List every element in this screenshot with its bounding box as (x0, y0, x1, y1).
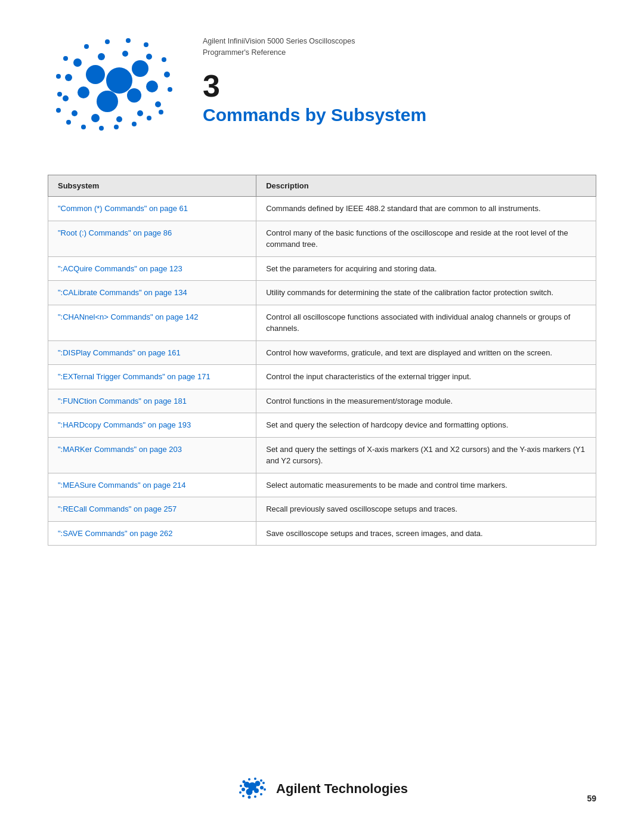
subsystem-link[interactable]: ":CALibrate Commands" on page 134 (58, 288, 187, 297)
subsystem-cell: "Root (:) Commands" on page 86 (48, 221, 256, 256)
svg-point-46 (260, 779, 262, 782)
description-cell: Control many of the basic functions of t… (256, 221, 596, 256)
subsystem-link[interactable]: "Root (:) Commands" on page 86 (58, 228, 172, 237)
chapter-number: 3 (203, 70, 426, 101)
description-cell: Control all oscilloscope functions assoc… (256, 305, 596, 340)
page-number: 59 (587, 794, 596, 803)
svg-point-54 (262, 782, 265, 784)
svg-point-13 (72, 110, 78, 116)
page-container: Agilent InfiniiVision 5000 Series Oscill… (0, 0, 644, 833)
svg-point-34 (159, 110, 163, 114)
svg-point-35 (168, 87, 172, 92)
svg-point-3 (97, 91, 118, 112)
svg-point-21 (126, 38, 131, 43)
svg-point-48 (239, 791, 242, 794)
table-row: ":RECall Commands" on page 257Recall pre… (48, 497, 596, 522)
svg-point-26 (57, 92, 62, 97)
svg-point-52 (260, 793, 262, 795)
commands-table: Subsystem Description "Common (*) Comman… (48, 175, 596, 546)
table-section: Subsystem Description "Common (*) Comman… (0, 139, 644, 546)
header-text: Agilent InfiniiVision 5000 Series Oscill… (185, 30, 426, 125)
description-cell: Save oscilloscope setups and traces, scr… (256, 521, 596, 546)
col-header-description: Description (256, 175, 596, 197)
subsystem-link[interactable]: ":ACQuire Commands" on page 123 (58, 264, 182, 273)
description-cell: Control the input characteristics of the… (256, 365, 596, 389)
header-section: Agilent InfiniiVision 5000 Series Oscill… (0, 0, 644, 139)
svg-point-17 (155, 101, 161, 107)
svg-point-19 (162, 57, 166, 62)
subsystem-link[interactable]: ":MARKer Commands" on page 203 (58, 445, 182, 454)
table-row: ":CHANnel<n> Commands" on page 142Contro… (48, 305, 596, 340)
svg-point-22 (105, 39, 110, 44)
subsystem-cell: ":MARKer Commands" on page 203 (48, 437, 256, 473)
description-cell: Set the parameters for acquiring and sto… (256, 256, 596, 281)
subsystem-link[interactable]: "Common (*) Commands" on page 61 (58, 204, 188, 213)
svg-point-30 (99, 126, 104, 131)
footer-section: Agilent Technologies (0, 775, 644, 803)
svg-point-42 (260, 786, 264, 789)
description-cell: Utility commands for determining the sta… (256, 281, 596, 305)
table-row: ":MEASure Commands" on page 214Select au… (48, 473, 596, 497)
subsystem-cell: ":DISPlay Commands" on page 161 (48, 340, 256, 365)
subsystem-link[interactable]: ":FUNCtion Commands" on page 181 (58, 397, 187, 405)
svg-point-28 (66, 120, 71, 125)
svg-point-33 (147, 116, 151, 120)
subsystem-cell: ":SAVE Commands" on page 262 (48, 521, 256, 546)
svg-point-6 (146, 80, 158, 92)
svg-point-49 (242, 795, 244, 797)
description-cell: Control how waveforms, graticule, and te… (256, 340, 596, 365)
description-cell: Control functions in the measurement/sto… (256, 389, 596, 413)
svg-point-41 (242, 788, 245, 791)
subsystem-cell: ":CALibrate Commands" on page 134 (48, 281, 256, 305)
subsystem-link[interactable]: ":EXTernal Trigger Commands" on page 171 (58, 372, 210, 381)
footer-logo: Agilent Technologies (236, 775, 408, 803)
table-row: ":EXTernal Trigger Commands" on page 171… (48, 365, 596, 389)
svg-point-16 (137, 110, 143, 116)
svg-point-39 (246, 789, 253, 795)
table-row: ":ACQuire Commands" on page 123Set the p… (48, 256, 596, 281)
svg-point-2 (132, 60, 148, 77)
subsystem-cell: ":RECall Commands" on page 257 (48, 497, 256, 522)
subsystem-link[interactable]: ":MEASure Commands" on page 214 (58, 481, 185, 490)
svg-point-15 (116, 116, 122, 122)
table-row: ":CALibrate Commands" on page 134Utility… (48, 281, 596, 305)
table-row: "Common (*) Commands" on page 61Commands… (48, 197, 596, 221)
svg-point-24 (63, 56, 68, 61)
svg-point-23 (84, 44, 89, 49)
svg-point-12 (63, 95, 69, 101)
subsystem-link[interactable]: ":RECall Commands" on page 257 (58, 504, 177, 513)
svg-point-0 (106, 67, 132, 94)
svg-point-51 (254, 795, 256, 798)
subsystem-cell: ":HARDcopy Commands" on page 193 (48, 413, 256, 438)
description-cell: Set and query the settings of X-axis mar… (256, 437, 596, 473)
product-title: Agilent InfiniiVision 5000 Series Oscill… (203, 36, 426, 58)
svg-point-44 (248, 778, 250, 781)
svg-point-14 (91, 114, 100, 122)
chapter-title: Commands by Subsystem (203, 105, 426, 125)
description-cell: Recall previously saved oscilloscope set… (256, 497, 596, 522)
svg-point-43 (243, 781, 246, 784)
description-cell: Select automatic measurements to be made… (256, 473, 596, 497)
svg-point-47 (240, 785, 242, 787)
svg-point-18 (164, 72, 170, 78)
subsystem-link[interactable]: ":DISPlay Commands" on page 161 (58, 348, 181, 357)
svg-point-38 (255, 781, 261, 786)
svg-point-40 (254, 788, 259, 793)
svg-point-11 (65, 74, 72, 81)
table-row: ":SAVE Commands" on page 262Save oscillo… (48, 521, 596, 546)
table-row: "Root (:) Commands" on page 86Control ma… (48, 221, 596, 256)
svg-point-20 (144, 42, 148, 47)
svg-point-32 (132, 122, 137, 126)
col-header-subsystem: Subsystem (48, 175, 256, 197)
subsystem-link[interactable]: ":SAVE Commands" on page 262 (58, 529, 173, 538)
svg-point-53 (264, 788, 266, 791)
subsystem-link[interactable]: ":CHANnel<n> Commands" on page 142 (58, 312, 198, 321)
svg-point-27 (56, 108, 61, 113)
subsystem-cell: ":CHANnel<n> Commands" on page 142 (48, 305, 256, 340)
table-row: ":MARKer Commands" on page 203Set and qu… (48, 437, 596, 473)
agilent-logo (48, 30, 185, 139)
subsystem-cell: ":FUNCtion Commands" on page 181 (48, 389, 256, 413)
table-header-row: Subsystem Description (48, 175, 596, 197)
subsystem-link[interactable]: ":HARDcopy Commands" on page 193 (58, 420, 191, 429)
svg-point-50 (248, 796, 251, 799)
